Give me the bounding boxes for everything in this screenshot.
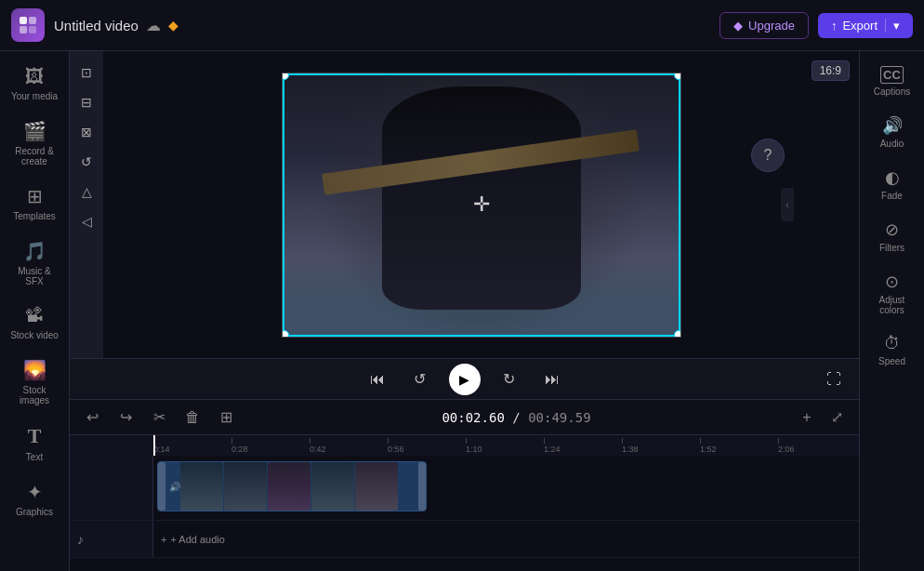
export-button[interactable]: ↑ Export ▾: [818, 13, 913, 38]
audio-icon: 🔊: [882, 115, 903, 136]
timeline-undo-button[interactable]: ↩: [79, 405, 105, 431]
video-frame[interactable]: ✛: [282, 73, 681, 338]
sidebar-label-media: Your media: [11, 91, 58, 101]
time-separator: /: [512, 410, 528, 425]
ruler-mark-8: 2:06: [778, 438, 856, 454]
forward-5-button[interactable]: ↻: [495, 365, 523, 393]
sidebar-label-record: Record & create: [10, 146, 59, 166]
video-track-label: [70, 456, 153, 520]
timeline-redo-button[interactable]: ↪: [112, 405, 139, 431]
clip-handle-right[interactable]: [418, 462, 426, 511]
ruler-mark-3: 0:56: [388, 438, 466, 454]
svg-rect-0: [20, 17, 27, 24]
center-panel: ⊡ ⊟ ⊠ ↺ △ ◁: [70, 51, 859, 571]
record-icon: 🎬: [23, 120, 46, 142]
ruler-label-4: 1:10: [466, 445, 482, 454]
ruler-mark-1: 0:28: [231, 438, 310, 454]
tool-sidebar: ⊡ ⊟ ⊠ ↺ △ ◁: [70, 51, 103, 358]
pip-tool[interactable]: ⊠: [73, 118, 100, 146]
ruler-mark-4: 1:10: [466, 438, 544, 454]
audio-track-label: ♪: [70, 521, 153, 557]
sidebar-item-text[interactable]: T Text: [5, 417, 64, 470]
timeline-cut-button[interactable]: ✂: [146, 405, 172, 431]
header-right: ◆ Upgrade ↑ Export ▾: [719, 12, 913, 39]
timeline-delete-button[interactable]: 🗑: [179, 405, 205, 431]
right-tool-filters[interactable]: ⊘ Filters: [864, 212, 921, 260]
fullscreen-button[interactable]: ⛶: [820, 365, 848, 393]
text-icon: T: [28, 424, 42, 448]
sidebar-item-music[interactable]: 🎵 Music & SFX: [5, 232, 64, 294]
clip-thumbnail: [158, 462, 398, 511]
filters-icon: ⊘: [885, 219, 899, 240]
playback-controls: ⏮ ↺ ▶ ↻ ⏭ ⛶: [70, 358, 859, 399]
timeline-right-buttons: + ⤢: [794, 405, 850, 431]
video-track-row: Saigal blues file 4.mp4 🔊: [70, 456, 859, 521]
crop-tool[interactable]: ⊟: [73, 88, 100, 116]
clip-volume-icon: 🔊: [169, 482, 180, 492]
rewind-5-button[interactable]: ↺: [406, 365, 434, 393]
sidebar-item-stock-video[interactable]: 📽 Stock video: [5, 298, 64, 348]
right-tool-captions[interactable]: CC Captions: [864, 59, 921, 104]
right-tool-label-speed: Speed: [878, 356, 905, 366]
sidebar-item-stock-images[interactable]: 🌄 Stock images: [5, 352, 64, 413]
right-tool-audio[interactable]: 🔊 Audio: [864, 108, 921, 156]
stock-video-icon: 📽: [25, 305, 44, 326]
sidebar-item-media[interactable]: 🖼 Your media: [5, 59, 64, 109]
timeline-add-button[interactable]: +: [794, 405, 820, 431]
right-tool-adjust[interactable]: ⊙ Adjust colors: [864, 264, 921, 323]
timeline-toolbar: ↩ ↪ ✂ 🗑 ⊞ 00:02.60 / 00:49.59 + ⤢: [70, 400, 859, 435]
video-area: ⊡ ⊟ ⊠ ↺ △ ◁: [70, 51, 859, 358]
captions-icon: CC: [880, 66, 904, 84]
export-dropdown-arrow: ▾: [885, 19, 900, 33]
clip-handle-left[interactable]: [158, 462, 165, 511]
sidebar-item-record[interactable]: 🎬 Record & create: [5, 113, 64, 174]
ruler-mark-7: 1:52: [700, 438, 778, 454]
timeline-add-media-button[interactable]: ⊞: [213, 405, 239, 431]
app-logo: [11, 8, 45, 42]
sidebar-label-stock-video: Stock video: [10, 330, 59, 340]
diamond-icon: ◆: [168, 18, 178, 33]
video-title[interactable]: Untitled video: [54, 18, 139, 33]
graphics-icon: ✦: [27, 481, 43, 503]
upgrade-button[interactable]: ◆ Upgrade: [719, 12, 809, 39]
flip-h-tool[interactable]: ◁: [73, 207, 100, 235]
timeline-area: ↩ ↪ ✂ 🗑 ⊞ 00:02.60 / 00:49.59 + ⤢: [70, 399, 859, 571]
move-cursor-icon: ✛: [473, 193, 490, 217]
add-audio-button[interactable]: + + Add audio: [161, 534, 225, 545]
play-pause-button[interactable]: ▶: [449, 364, 481, 395]
panel-collapse-button[interactable]: ‹: [781, 188, 794, 221]
right-tool-fade[interactable]: ◐ Fade: [864, 160, 921, 208]
video-track-content[interactable]: Saigal blues file 4.mp4 🔊: [153, 456, 859, 520]
media-icon: 🖼: [25, 66, 44, 87]
sidebar-item-graphics[interactable]: ✦ Graphics: [5, 473, 64, 525]
ruler-mark-6: 1:38: [622, 438, 700, 454]
playhead[interactable]: [153, 435, 155, 456]
ruler-label-7: 1:52: [700, 445, 717, 454]
timeline-expand-button[interactable]: ⤢: [824, 405, 850, 431]
audio-note-icon: ♪: [77, 532, 84, 547]
right-tool-label-filters: Filters: [879, 243, 904, 253]
right-tool-speed[interactable]: ⏱ Speed: [864, 326, 921, 374]
audio-track-content: + + Add audio: [153, 521, 859, 557]
flip-v-tool[interactable]: △: [73, 178, 100, 206]
total-time: 00:49.59: [528, 410, 590, 425]
ruler-label-8: 2:06: [778, 445, 795, 454]
skip-start-button[interactable]: ⏮: [363, 365, 391, 393]
right-tool-label-captions: Captions: [874, 86, 910, 97]
right-tool-label-fade: Fade: [881, 191, 903, 201]
timeline-ruler: 0:14 0:28 0:42 0:56: [70, 435, 859, 456]
aspect-ratio-badge[interactable]: 16:9: [812, 60, 850, 81]
right-sidebar: CC Captions 🔊 Audio ◐ Fade ⊘ Filters ⊙ A…: [859, 51, 924, 571]
help-button[interactable]: ?: [751, 139, 785, 172]
fade-icon: ◐: [885, 167, 900, 188]
crop-resize-tool[interactable]: ⊡: [73, 59, 100, 86]
svg-rect-1: [29, 17, 36, 24]
track-container: Saigal blues file 4.mp4 🔊: [70, 456, 859, 571]
sidebar-item-templates[interactable]: ⊞ Templates: [5, 178, 64, 229]
video-clip[interactable]: 🔊: [157, 461, 427, 511]
skip-end-button[interactable]: ⏭: [538, 365, 566, 393]
sidebar-label-templates: Templates: [13, 211, 56, 221]
rotate-tool[interactable]: ↺: [73, 148, 100, 176]
left-sidebar: 🖼 Your media 🎬 Record & create ⊞ Templat…: [0, 51, 70, 571]
audio-track-row: ♪ + + Add audio: [70, 521, 859, 558]
